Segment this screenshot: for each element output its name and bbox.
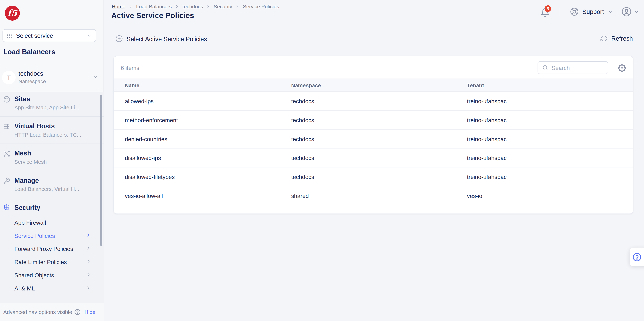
nav-subitem-label: AI & ML — [14, 285, 35, 291]
breadcrumb: HomeLoad BalancerstechdocsSecurityServic… — [112, 3, 279, 10]
breadcrumb-item[interactable]: Service Policies — [243, 4, 279, 10]
hide-nav-button[interactable]: Hide — [84, 309, 96, 315]
table-header-bar: 6 items — [114, 56, 633, 79]
user-circle-icon — [622, 7, 632, 17]
cell-namespace: techdocs — [291, 167, 467, 186]
select-active-policies-button[interactable]: Select Active Service Policies — [116, 35, 207, 42]
mesh-icon — [3, 150, 10, 157]
question-circle-icon[interactable] — [74, 309, 80, 315]
sidebar-item-forward-proxy-policies[interactable]: Forward Proxy Policies — [0, 242, 104, 256]
cell-tenant: treino-ufahspac — [467, 111, 633, 130]
help-circle-icon — [632, 252, 642, 261]
sidebar-scrollbar[interactable] — [100, 95, 102, 246]
nav-item-label: Mesh — [14, 149, 104, 157]
advanced-nav-label: Advanced nav options visible — [3, 309, 72, 315]
sidebar-section-title: Load Balancers — [3, 48, 55, 56]
account-menu[interactable] — [622, 7, 639, 17]
table-row[interactable]: ves-io-allow-allsharedves-io — [114, 186, 633, 205]
nav-item-subtitle: HTTP Load Balancers, TC... — [14, 131, 90, 139]
nav-subitem-label: Forward Proxy Policies — [14, 246, 73, 252]
grid-icon — [6, 33, 12, 39]
sidebar-item-sites[interactable]: SitesApp Site Map, App Site Li... — [0, 92, 104, 117]
svg-text:f5: f5 — [8, 8, 18, 18]
page-title: Active Service Policies — [111, 11, 194, 20]
namespace-selector[interactable]: T techdocs Namespace — [0, 69, 104, 87]
wrench-icon — [3, 177, 10, 184]
nav-subitem-label: Shared Objects — [14, 272, 54, 278]
notifications-badge: 5 — [544, 6, 551, 12]
nav-item-subtitle: Service Mesh — [14, 158, 90, 166]
nav-item-label: Manage — [14, 177, 104, 185]
cell-name: denied-countries — [125, 130, 291, 148]
chevron-down-icon — [634, 9, 639, 14]
table-row[interactable]: disallowed-ipstechdocstreino-ufahspac — [114, 148, 633, 168]
items-count: 6 items — [121, 65, 139, 71]
globe-icon — [3, 96, 10, 103]
table-row[interactable]: denied-countriestechdocstreino-ufahspac — [114, 130, 633, 148]
support-label: Support — [582, 8, 604, 15]
sidebar-item-app-firewall[interactable]: App Firewall — [0, 216, 104, 229]
chevron-right-icon — [86, 272, 91, 277]
table-row[interactable]: allowed-ipstechdocstreino-ufahspac — [114, 92, 633, 111]
chevron-right-icon — [86, 285, 91, 290]
chevron-down-icon — [93, 74, 98, 80]
cell-tenant: treino-ufahspac — [467, 92, 633, 111]
select-active-policies-label: Select Active Service Policies — [126, 35, 207, 42]
sidebar-section-security: Security App FirewallService PoliciesFor… — [0, 198, 104, 295]
table-column-headers: NameNamespaceTenant — [114, 79, 633, 92]
shield-icon — [3, 204, 10, 211]
service-selector-label: Select service — [16, 32, 86, 39]
chevron-down-icon — [608, 9, 613, 14]
support-menu[interactable]: Support — [570, 8, 613, 16]
breadcrumb-item[interactable]: Home — [112, 4, 126, 10]
table-row[interactable]: method-enforcementtechdocstreino-ufahspa… — [114, 111, 633, 130]
cell-name: disallowed-ips — [125, 148, 291, 168]
topbar: HomeLoad BalancerstechdocsSecurityServic… — [104, 0, 644, 25]
column-header-name[interactable]: Name — [125, 79, 291, 92]
column-header-namespace[interactable]: Namespace — [291, 79, 467, 92]
cell-name: method-enforcement — [125, 111, 291, 130]
column-header-tenant[interactable]: Tenant — [467, 79, 633, 92]
sidebar-item-manage[interactable]: ManageLoad Balancers, Virtual H... — [0, 171, 104, 198]
search-icon — [542, 65, 548, 71]
breadcrumb-item[interactable]: Security — [214, 4, 232, 10]
sidebar-item-shared-objects[interactable]: Shared Objects — [0, 269, 104, 282]
breadcrumb-item[interactable]: techdocs — [182, 4, 203, 10]
cell-name: ves-io-allow-all — [125, 186, 291, 205]
sidebar-item-service-policies[interactable]: Service Policies — [0, 229, 104, 242]
f5-logo-icon[interactable]: f5 — [4, 6, 20, 21]
chevron-right-icon — [86, 246, 91, 251]
search-input[interactable] — [552, 64, 601, 71]
help-button[interactable] — [630, 248, 644, 266]
nav-subitem-label: Rate Limiter Policies — [14, 259, 67, 265]
gear-icon[interactable] — [618, 64, 626, 72]
namespace-name: techdocs — [18, 70, 43, 77]
sidebar-item-mesh[interactable]: MeshService Mesh — [0, 144, 104, 171]
chevron-right-icon — [236, 5, 240, 9]
refresh-label: Refresh — [611, 35, 633, 42]
sidebar-item-ai-ml[interactable]: AI & ML — [0, 282, 104, 295]
service-selector[interactable]: Select service — [2, 29, 96, 42]
policies-table-card: 6 items NameNamespaceTenant — [113, 56, 633, 214]
life-ring-icon — [570, 8, 579, 16]
chevron-down-icon — [86, 33, 92, 38]
breadcrumb-item[interactable]: Load Balancers — [136, 4, 172, 10]
plus-circle-icon — [116, 35, 123, 42]
servers-icon — [3, 123, 10, 130]
namespace-avatar: T — [2, 71, 16, 84]
table-body: allowed-ipstechdocstreino-ufahspacmethod… — [114, 92, 633, 205]
chevron-right-icon — [175, 5, 179, 9]
main-content: HomeLoad BalancerstechdocsSecurityServic… — [104, 0, 644, 321]
cell-namespace: techdocs — [291, 148, 467, 168]
sidebar-item-security[interactable]: Security — [14, 203, 104, 212]
sidebar-item-rate-limiter-policies[interactable]: Rate Limiter Policies — [0, 255, 104, 269]
nav-item-label: Virtual Hosts — [14, 122, 104, 130]
cell-tenant: treino-ufahspac — [467, 130, 633, 148]
refresh-button[interactable]: Refresh — [601, 35, 633, 42]
table-row[interactable]: disallowed-filetypestechdocstreino-ufahs… — [114, 167, 633, 186]
chevron-right-icon — [86, 232, 91, 238]
namespace-type-label: Namespace — [18, 79, 46, 84]
chevron-right-icon — [86, 259, 91, 264]
app-window: f5 Select service Load Balancers T techd… — [0, 0, 644, 321]
sidebar-item-virtual-hosts[interactable]: Virtual HostsHTTP Load Balancers, TC... — [0, 117, 104, 144]
